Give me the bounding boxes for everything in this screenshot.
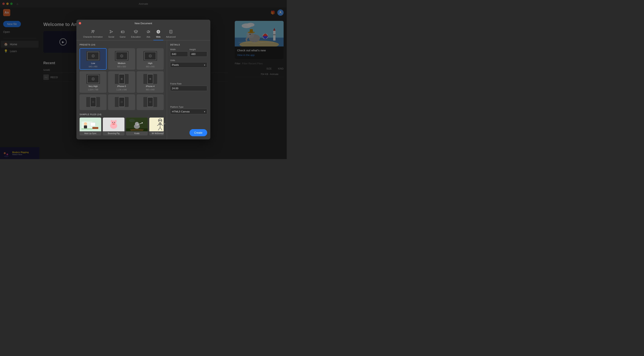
desktop-frame <box>87 52 99 60</box>
svg-point-93 <box>160 120 162 121</box>
sample-files-container: Auto Lip Sync <box>80 118 164 136</box>
phone-frame <box>90 97 96 107</box>
svg-point-77 <box>113 124 114 124</box>
tab-advanced[interactable]: Advanced <box>163 28 178 40</box>
preset-phone1-preview <box>86 97 100 107</box>
modal-title-bar: New Document <box>76 20 210 27</box>
preset-very-high-size: 1,024 x 768 <box>88 88 98 91</box>
tab-character-animation[interactable]: Character Animation <box>80 28 106 40</box>
preset-iphone5-preview <box>115 74 128 84</box>
preset-iphone4[interactable]: iPhone-4 960 x 640 <box>137 71 164 93</box>
svg-point-78 <box>114 124 114 124</box>
svg-point-89 <box>142 122 143 124</box>
modal-close-button[interactable] <box>79 22 81 24</box>
sample-files-title: SAMPLE FILES (14) <box>80 113 164 116</box>
desktop-frame <box>144 52 156 60</box>
svg-rect-71 <box>90 122 95 126</box>
svg-point-22 <box>93 30 94 32</box>
preset-low-name: Low <box>91 62 95 64</box>
frame-rate-label: Frame Rate <box>170 82 207 85</box>
preset-high-size: 960 x 640 <box>146 66 154 68</box>
preset-phone2[interactable] <box>108 94 135 110</box>
units-field-group: Units Pixels Inches Centimeters Millimet… <box>170 59 207 80</box>
game-icon <box>120 30 125 35</box>
platform-type-select[interactable]: HTML5 Canvas ActionScript 3.0 WebGL <box>170 109 207 114</box>
preset-phone1[interactable] <box>80 94 106 110</box>
tab-education-label: Education <box>131 36 141 38</box>
preset-medium[interactable]: Medium 800 x 600 <box>108 48 135 70</box>
platform-type-field-group: Platform Type HTML5 Canvas ActionScript … <box>170 106 207 127</box>
phone-frame <box>119 97 125 107</box>
preset-iphone4-size: 960 x 640 <box>146 88 154 91</box>
svg-point-85 <box>129 119 135 122</box>
create-button[interactable]: Create <box>190 129 207 136</box>
width-height-row: Width Height <box>170 48 207 57</box>
units-label: Units <box>170 59 207 62</box>
preset-very-high-name: Very High <box>88 85 98 88</box>
height-input[interactable] <box>190 52 207 57</box>
svg-rect-68 <box>82 128 92 129</box>
preset-high-name: High <box>148 62 152 64</box>
width-field-group: Width <box>170 48 188 57</box>
svg-point-26 <box>123 32 124 32</box>
presets-title: PRESETS (14) <box>80 44 164 46</box>
tab-social-label: Social <box>108 36 114 38</box>
svg-point-64 <box>121 101 122 103</box>
platform-type-label: Platform Type <box>170 106 207 108</box>
sample-auto-lip-sync[interactable]: Auto Lip Sync <box>80 118 101 136</box>
units-select-wrapper: Pixels Inches Centimeters Millimeters <box>170 62 207 68</box>
presets-grid: Low 640 x 480 Medium 800 x 600 <box>80 48 164 110</box>
sample-mr-mcboney-name: Mr McBoneyBones <box>149 131 164 136</box>
height-label: Height <box>190 48 207 50</box>
sample-files-next-arrow[interactable]: › <box>164 122 165 126</box>
education-icon <box>134 30 138 35</box>
width-input[interactable] <box>170 52 188 57</box>
tab-social[interactable]: Social <box>106 28 117 40</box>
tab-ads-label: Ads <box>146 36 150 38</box>
preset-phone2-preview <box>115 97 128 107</box>
desktop-frame <box>116 52 128 60</box>
width-label: Width <box>170 48 188 50</box>
svg-rect-70 <box>84 126 87 128</box>
tab-game[interactable]: Game <box>117 28 128 40</box>
svg-point-63 <box>92 101 94 103</box>
preset-medium-preview <box>115 51 128 61</box>
sample-koala[interactable]: Koala <box>126 118 148 136</box>
sample-bouncing-pig[interactable]: Bouncing Pig <box>103 118 124 136</box>
frame-rate-input[interactable] <box>170 86 207 91</box>
desktop-frame <box>87 75 99 83</box>
modal-tabs: Character Animation Social <box>76 27 210 40</box>
tab-web[interactable]: Web <box>154 28 163 40</box>
modal-body: PRESETS (14) Low 640 x 480 <box>76 40 210 140</box>
preset-high[interactable]: High 960 x 640 <box>137 48 164 70</box>
preset-iphone5-size: 1,136 x 640 <box>116 88 127 91</box>
web-icon <box>156 30 160 35</box>
preset-low[interactable]: Low 640 x 480 <box>80 48 106 70</box>
new-document-modal: New Document Character Animation <box>76 20 210 140</box>
preset-phone3[interactable] <box>137 94 164 110</box>
units-select[interactable]: Pixels Inches Centimeters Millimeters <box>170 62 207 68</box>
preset-medium-name: Medium <box>118 62 126 64</box>
tab-education[interactable]: Education <box>128 28 144 40</box>
sample-koala-thumb <box>126 118 148 131</box>
tab-web-label: Web <box>156 36 160 38</box>
presets-panel: PRESETS (14) Low 640 x 480 <box>76 40 167 140</box>
sample-mr-mcboney-thumb <box>149 118 164 131</box>
modal-overlay: New Document Character Animation <box>0 0 287 159</box>
sample-mr-mcboney[interactable]: Mr McBoneyBones <box>149 118 164 136</box>
preset-iphone5[interactable]: iPhone-5 1,136 x 640 <box>108 71 135 93</box>
phone-frame <box>147 74 153 84</box>
preset-very-high[interactable]: Very High 1,024 x 768 <box>80 71 106 93</box>
sample-auto-lip-thumb <box>80 118 101 131</box>
svg-marker-28 <box>134 30 138 32</box>
svg-point-65 <box>150 101 151 103</box>
height-field-group: Height <box>190 48 207 57</box>
sample-koala-name: Koala <box>126 131 148 136</box>
sample-bouncing-pig-thumb <box>103 118 124 131</box>
tab-ads[interactable]: Ads <box>144 28 154 40</box>
phone-frame <box>119 74 125 84</box>
frame-rate-field-group: Frame Rate <box>170 82 207 104</box>
social-icon <box>109 30 114 35</box>
preset-phone3-preview <box>143 97 157 107</box>
preset-iphone4-name: iPhone-4 <box>146 85 154 88</box>
